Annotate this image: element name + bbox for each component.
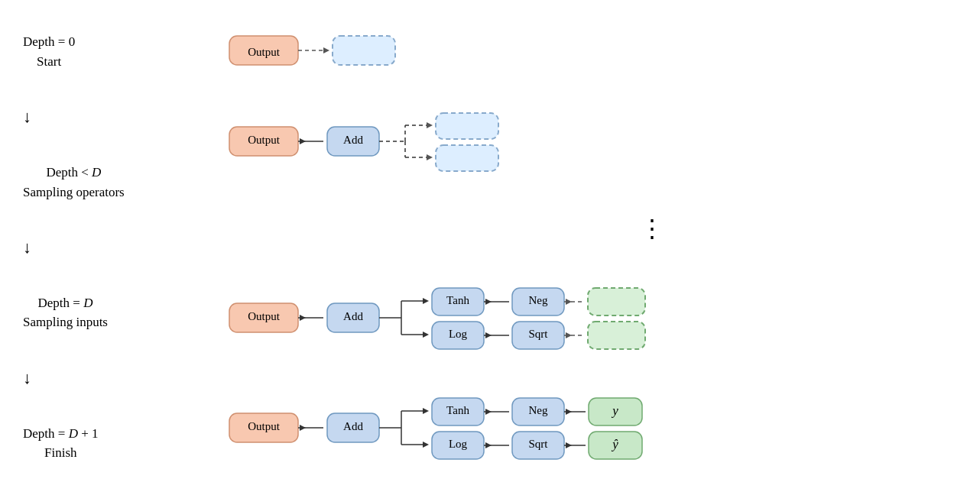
svg-rect-17 (436, 113, 498, 139)
depth-0-block: Depth = 0Start (23, 32, 75, 71)
svg-marker-13 (427, 122, 433, 128)
svg-marker-76 (566, 409, 572, 415)
depth-d-block: Depth = DSampling inputs (23, 293, 108, 332)
svg-rect-3 (333, 36, 395, 65)
svg-rect-48 (588, 288, 645, 315)
right-panel: Output Output Add (206, 0, 980, 495)
svg-marker-59 (423, 408, 429, 414)
svg-marker-2 (323, 47, 329, 53)
svg-marker-70 (485, 442, 492, 448)
svg-marker-53 (300, 425, 306, 431)
row-2: Output Add Tanh Log (222, 284, 965, 353)
left-panel: Depth = 0Start ↓ Depth < DSampling opera… (0, 0, 206, 495)
svg-text:Tanh: Tanh (446, 404, 469, 416)
row-3-svg: Output Add Tanh Log (222, 394, 795, 463)
row-1: Output Add (222, 112, 965, 173)
row-0: Output (222, 32, 965, 70)
svg-marker-68 (485, 409, 492, 415)
svg-text:Add: Add (343, 310, 363, 322)
output-0-label: Output (248, 46, 281, 58)
row-3: Output Add Tanh Log (222, 394, 965, 463)
svg-text:Output: Output (248, 310, 281, 322)
depth-0-text: Depth = 0Start (23, 32, 75, 71)
row-2-svg: Output Add Tanh Log (222, 284, 795, 353)
svg-text:ŷ: ŷ (611, 437, 618, 451)
svg-marker-39 (485, 332, 492, 338)
row-1-svg: Output Add (222, 112, 604, 173)
row-0-svg: Output (222, 32, 543, 70)
svg-marker-47 (566, 332, 572, 338)
svg-text:Output: Output (248, 420, 281, 432)
svg-marker-31 (423, 332, 429, 338)
arrow-2: ↓ (23, 238, 31, 257)
svg-text:Add: Add (343, 420, 363, 432)
depth-d1-block: Depth = D + 1Finish (23, 424, 99, 463)
depth-d1-text: Depth = D + 1Finish (23, 424, 99, 463)
svg-marker-22 (300, 315, 306, 321)
svg-text:Sqrt: Sqrt (528, 328, 548, 340)
svg-marker-7 (300, 138, 306, 144)
svg-text:Add: Add (343, 134, 363, 146)
svg-marker-78 (566, 442, 572, 448)
arrow-1: ↓ (23, 107, 31, 127)
depth-less-d-block: Depth < DSampling operators (23, 163, 125, 202)
arrow-3: ↓ (23, 368, 31, 388)
svg-text:Log: Log (449, 438, 468, 450)
dots-row: ⋮ (344, 214, 965, 243)
svg-text:Log: Log (449, 328, 468, 340)
svg-marker-62 (423, 442, 429, 448)
svg-text:Neg: Neg (529, 294, 548, 306)
svg-rect-18 (436, 145, 498, 171)
svg-text:Sqrt: Sqrt (528, 438, 548, 450)
svg-text:Tanh: Tanh (446, 294, 469, 306)
svg-text:Output: Output (248, 134, 281, 146)
svg-rect-49 (588, 322, 645, 349)
svg-marker-16 (427, 154, 433, 160)
svg-marker-45 (566, 299, 572, 305)
svg-text:Neg: Neg (529, 404, 548, 416)
svg-text:y: y (611, 403, 618, 418)
depth-less-d-text: Depth < DSampling operators (23, 163, 125, 202)
depth-d-text: Depth = DSampling inputs (23, 293, 108, 332)
svg-marker-37 (485, 299, 492, 305)
svg-marker-28 (423, 298, 429, 304)
